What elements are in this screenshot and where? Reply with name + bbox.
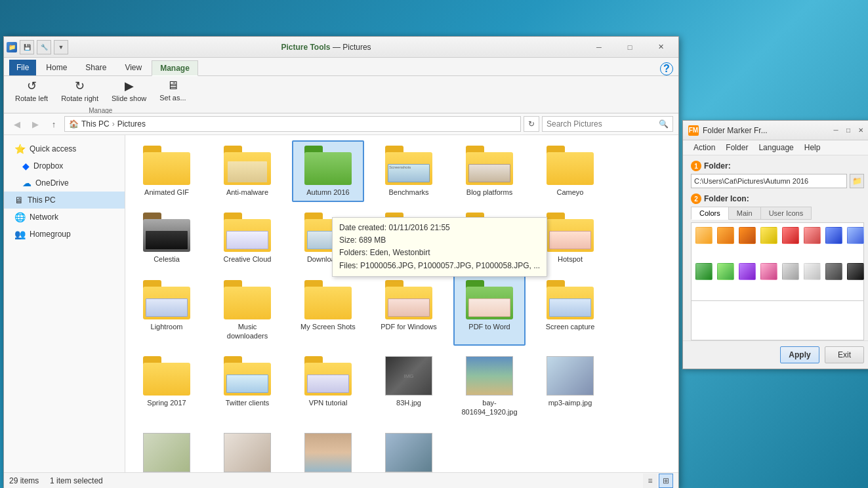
file-item-photo[interactable]: photo-1466096115517-bceecbfb6fde.jpg — [373, 428, 445, 472]
tab-view[interactable]: View — [116, 60, 150, 75]
sidebar-item-quickaccess[interactable]: ⭐ Quick access — [4, 140, 125, 157]
swatch-lightgray[interactable] — [804, 263, 821, 280]
view-details-btn[interactable]: ≡ — [643, 474, 657, 488]
quick-save-btn[interactable]: 💾 — [20, 40, 34, 54]
help-button[interactable]: ? — [660, 62, 673, 75]
swatch-yellow[interactable] — [760, 227, 777, 244]
swatch-darkgray[interactable] — [825, 263, 842, 280]
fm-menu-language[interactable]: Language — [753, 142, 798, 153]
file-item-83h[interactable]: IMG 83H.jpg — [373, 351, 445, 422]
file-item-pdf-to-word[interactable]: PDF to Word — [453, 275, 526, 346]
fm-menu-help[interactable]: Help — [799, 142, 826, 153]
file-item-anti-malware[interactable]: Anti-malware — [211, 140, 283, 202]
fm-title-bar: FM Folder Marker Fr... ─ □ ✕ — [683, 121, 868, 140]
fm-browse-btn[interactable]: 📁 — [850, 174, 864, 188]
file-item-benchmarks[interactable]: Screenshots Benchmarks — [373, 140, 445, 202]
fm-menu-folder[interactable]: Folder — [720, 142, 753, 153]
file-item-creative-cloud[interactable]: Creative Cloud — [211, 207, 283, 269]
file-item-cameyo[interactable]: Cameyo — [534, 140, 606, 202]
path-thispc[interactable]: This PC — [81, 119, 110, 129]
folder-creative-cloud-icon — [224, 213, 271, 252]
file-item-autumn-2016[interactable]: Autumn 2016 — [292, 140, 364, 202]
file-item-music-downloaders[interactable]: Music downloaders — [211, 275, 283, 346]
back-button[interactable]: ◀ — [9, 116, 25, 132]
swatch-pink[interactable] — [760, 263, 777, 280]
rotate-right-btn[interactable]: ↻Rotate right — [55, 75, 104, 106]
fm-menu-action[interactable]: Action — [688, 142, 720, 153]
file-item-mp3-foobar[interactable]: mp3-foobar.jpg — [131, 428, 203, 472]
swatch-gray[interactable] — [782, 263, 799, 280]
close-button[interactable]: ✕ — [646, 37, 676, 58]
file-item-animated-gif[interactable]: Animated GIF — [131, 140, 203, 202]
file-item-twitter-clients[interactable]: Twitter clients — [211, 351, 283, 422]
sidebar-item-dropbox[interactable]: ◆ Dropbox — [4, 157, 125, 174]
swatch-orange[interactable] — [695, 227, 713, 244]
forward-button[interactable]: ▶ — [28, 116, 43, 132]
swatch-red[interactable] — [782, 227, 799, 244]
file-item-bay[interactable]: bay-801694_1920.jpg — [453, 351, 526, 422]
view-tiles-btn[interactable]: ⊞ — [659, 474, 673, 488]
file-item-lightroom[interactable]: Lightroom — [131, 275, 203, 346]
fm-apply-btn[interactable]: Apply — [780, 346, 819, 363]
path-pictures[interactable]: Pictures — [117, 119, 146, 129]
swatch-blue[interactable] — [825, 227, 842, 244]
file-grid: Animated GIF Anti-malware — [131, 140, 673, 472]
file-item-mp3-monkey[interactable]: mp3-monkey.jpg — [211, 428, 283, 472]
swatch-red2[interactable] — [804, 227, 821, 244]
file-item-person[interactable]: person-1100286_1920.jpg — [292, 428, 364, 472]
sidebar-item-onedrive[interactable]: ☁ OneDrive — [4, 174, 125, 192]
minimize-button[interactable]: ─ — [584, 37, 614, 58]
fm-tab-user-icons[interactable]: User Icons — [760, 207, 812, 220]
tab-manage[interactable]: Manage — [152, 60, 198, 76]
file-item-screen-capture[interactable]: Screen capture — [534, 275, 606, 346]
swatch-green[interactable] — [695, 263, 713, 280]
swatch-green2[interactable] — [717, 263, 734, 280]
tab-file[interactable]: File — [9, 60, 36, 75]
fm-exit-btn[interactable]: Exit — [825, 346, 864, 363]
sidebar-dropbox-label: Dropbox — [33, 161, 63, 171]
file-grid-area[interactable]: Animated GIF Anti-malware — [125, 135, 678, 472]
rotate-left-btn[interactable]: ↺Rotate left — [9, 75, 54, 106]
maximize-button[interactable]: □ — [615, 37, 645, 58]
fm-section-icon: 2 Folder Icon: Colors Main User Icons — [691, 193, 864, 340]
set-as-btn[interactable]: 🖥Set as... — [154, 75, 192, 106]
fm-path-input[interactable] — [691, 174, 847, 188]
file-item-vpn-tutorial[interactable]: VPN tutorial — [292, 351, 364, 422]
swatch-orange3[interactable] — [739, 227, 756, 244]
tooltip-line-2: Size: 689 MB — [339, 234, 540, 247]
refresh-button[interactable]: ↻ — [524, 116, 539, 132]
fm-tab-main[interactable]: Main — [728, 207, 761, 220]
properties-btn[interactable]: 🔧 — [37, 40, 51, 54]
sidebar-item-network[interactable]: 🌐 Network — [4, 209, 125, 226]
file-item-my-screen-shots[interactable]: My Screen Shots — [292, 275, 364, 346]
quick-access-dropdown[interactable]: ▼ — [54, 40, 68, 54]
swatch-purple[interactable] — [739, 263, 756, 280]
tab-home[interactable]: Home — [37, 60, 75, 75]
fm-maximize-btn[interactable]: □ — [842, 125, 854, 136]
tab-share[interactable]: Share — [77, 60, 115, 75]
fm-minimize-btn[interactable]: ─ — [830, 125, 842, 136]
swatch-blue2[interactable] — [847, 227, 864, 244]
slide-show-btn[interactable]: ▶Slide show — [106, 75, 152, 106]
file-item-spring-2017[interactable]: Spring 2017 — [131, 351, 203, 422]
swatch-black[interactable] — [847, 263, 864, 280]
address-path-bar[interactable]: 🏠 This PC › Pictures — [64, 116, 521, 132]
swatch-orange2[interactable] — [717, 227, 734, 244]
fm-tab-colors[interactable]: Colors — [691, 207, 729, 220]
file-blog-platforms-label: Blog platforms — [466, 188, 512, 197]
fm-close-btn[interactable]: ✕ — [855, 125, 867, 136]
search-input[interactable] — [547, 119, 659, 129]
file-item-celestia[interactable]: Celestia — [131, 207, 203, 269]
onedrive-icon: ☁ — [22, 178, 31, 188]
sidebar-item-homegroup[interactable]: 👥 Homegroup — [4, 226, 125, 243]
file-item-pdf-for-windows[interactable]: PDF for Windows — [373, 275, 445, 346]
search-box[interactable]: 🔍 — [542, 116, 673, 132]
sidebar-homegroup-label: Homegroup — [30, 230, 71, 239]
fm-preview-area — [691, 301, 864, 340]
file-item-mp3-aimp[interactable]: mp3-aimp.jpg — [534, 351, 606, 422]
ribbon-group-label: Manage — [89, 107, 112, 114]
file-item-blog-platforms[interactable]: Blog platforms — [453, 140, 526, 202]
up-button[interactable]: ↑ — [46, 116, 62, 132]
sidebar-item-thispc[interactable]: 🖥 This PC — [4, 192, 125, 209]
address-bar: ◀ ▶ ↑ 🏠 This PC › Pictures ↻ 🔍 — [4, 113, 678, 135]
